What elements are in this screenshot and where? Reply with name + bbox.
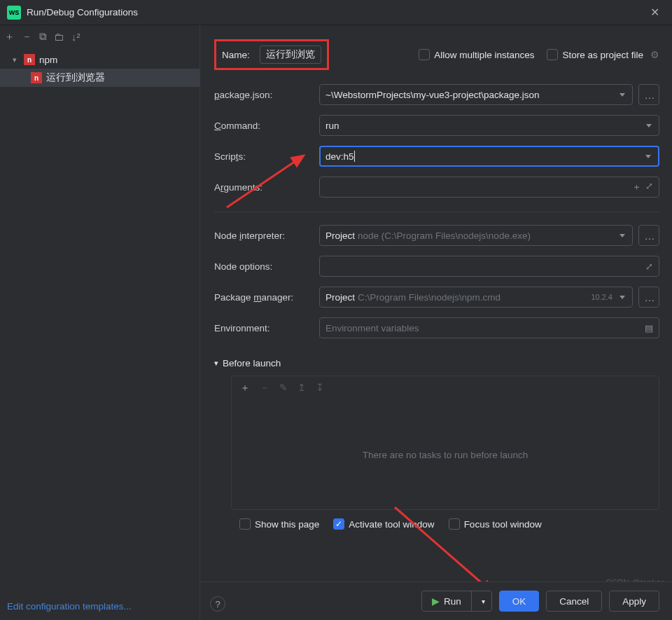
store-project-checkbox[interactable]: Store as project file ⚙: [547, 49, 659, 60]
arguments-field[interactable]: ＋⤢: [319, 177, 659, 198]
config-tree: ▾ n npm n 运行到浏览器: [0, 48, 200, 593]
remove-task-icon[interactable]: －: [260, 382, 270, 394]
name-highlight-box: Name: 运行到浏览: [214, 39, 329, 70]
list-icon[interactable]: ▤: [645, 323, 653, 333]
up-icon[interactable]: ↥: [298, 382, 306, 394]
browse-button[interactable]: …: [638, 287, 659, 308]
arguments-label: Arguments:: [214, 182, 319, 193]
tasks-toolbar: ＋ － ✎ ↥ ↧: [232, 376, 659, 400]
cancel-button[interactable]: Cancel: [546, 591, 602, 612]
window-title: Run/Debug Configurations: [27, 7, 645, 18]
section-divider: [214, 212, 659, 212]
close-icon[interactable]: ✕: [645, 3, 665, 22]
browse-button[interactable]: …: [638, 225, 659, 246]
name-input[interactable]: 运行到浏览: [260, 46, 321, 64]
content-panel: Name: 运行到浏览 Allow multiple instances Sto…: [200, 25, 672, 620]
folder-icon[interactable]: 🗀: [54, 31, 64, 43]
tree-group-npm[interactable]: ▾ n npm: [0, 50, 200, 69]
chevron-down-icon: ▾: [13, 55, 21, 64]
package-manager-field[interactable]: Project C:\Program Files\nodejs\npm.cmd …: [319, 287, 633, 308]
add-icon[interactable]: ＋: [4, 30, 15, 43]
activate-tool-checkbox[interactable]: ✓Activate tool window: [333, 518, 434, 530]
play-icon: ▶: [432, 595, 440, 607]
edit-templates-link[interactable]: Edit configuration templates...: [0, 593, 200, 620]
copy-icon[interactable]: ⧉: [39, 30, 47, 43]
tasks-empty-label: There are no tasks to run before launch: [232, 400, 659, 509]
sidebar-toolbar: ＋ － ⧉ 🗀 ↓²: [0, 25, 200, 48]
sort-icon[interactable]: ↓²: [71, 31, 80, 43]
command-label: Command:: [214, 120, 319, 131]
npm-icon: n: [31, 72, 42, 83]
edit-task-icon[interactable]: ✎: [279, 382, 288, 394]
tree-item-label: 运行到浏览器: [46, 71, 105, 84]
allow-multiple-checkbox[interactable]: Allow multiple instances: [419, 49, 534, 60]
scripts-label: Scripts:: [214, 151, 319, 162]
before-launch-header[interactable]: ▾ Before launch: [214, 358, 659, 368]
focus-tool-checkbox[interactable]: Focus tool window: [449, 518, 542, 530]
tree-item-config[interactable]: n 运行到浏览器: [0, 69, 200, 87]
command-field[interactable]: run: [319, 115, 659, 136]
gear-icon[interactable]: ⚙: [650, 49, 659, 60]
remove-icon[interactable]: －: [22, 30, 32, 43]
scripts-field[interactable]: dev:h5: [319, 146, 659, 167]
plus-icon[interactable]: ＋: [632, 181, 641, 193]
browse-button[interactable]: …: [638, 84, 659, 105]
name-label: Name:: [222, 50, 250, 60]
titlebar: WS Run/Debug Configurations ✕: [0, 0, 672, 25]
package-json-field[interactable]: ~\WebstormProjects\my-vue3-project\packa…: [319, 84, 633, 105]
apply-button[interactable]: Apply: [609, 591, 659, 612]
app-icon: WS: [7, 6, 21, 20]
expand-icon[interactable]: ⤢: [645, 181, 653, 193]
run-button[interactable]: ▶Run ▾: [421, 591, 492, 612]
ok-button[interactable]: OK: [499, 591, 540, 612]
chevron-down-icon: ▾: [214, 359, 218, 368]
run-dropdown[interactable]: ▾: [476, 598, 491, 605]
help-button[interactable]: ?: [210, 596, 225, 612]
package-manager-label: Package manager:: [214, 292, 319, 303]
before-launch-box: ＋ － ✎ ↥ ↧ There are no tasks to run befo…: [231, 376, 659, 510]
dialog-footer: ? ▶Run ▾ OK Cancel Apply: [200, 581, 672, 620]
sidebar: ＋ － ⧉ 🗀 ↓² ▾ n npm n 运行到浏览器 Edit configu…: [0, 25, 200, 620]
npm-icon: n: [24, 54, 35, 65]
add-task-icon[interactable]: ＋: [240, 382, 250, 394]
node-options-label: Node options:: [214, 261, 319, 272]
tree-group-label: npm: [39, 55, 57, 65]
environment-field[interactable]: Environment variables ▤: [319, 317, 659, 338]
show-page-checkbox[interactable]: Show this page: [239, 518, 319, 530]
node-options-field[interactable]: ⤢: [319, 256, 659, 277]
node-interpreter-field[interactable]: Project node (C:\Program Files\nodejs\no…: [319, 225, 633, 246]
down-icon[interactable]: ↧: [316, 382, 324, 394]
node-interpreter-label: Node interpreter:: [214, 230, 319, 241]
expand-icon[interactable]: ⤢: [645, 261, 653, 272]
environment-label: Environment:: [214, 323, 319, 333]
package-json-label: package.json:: [214, 90, 319, 100]
